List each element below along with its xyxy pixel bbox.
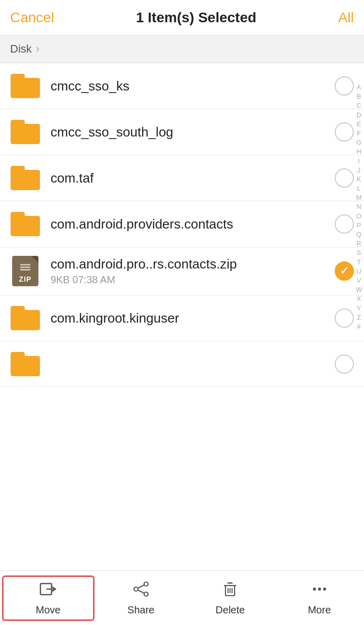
alpha-letter-j[interactable]: J (357, 166, 361, 175)
toolbar-more[interactable]: More (275, 571, 365, 625)
toolbar-move[interactable]: Move (2, 575, 95, 621)
select-radio[interactable] (335, 214, 354, 234)
alpha-letter-s[interactable]: S (357, 248, 361, 257)
list-item[interactable]: ZIP com.android.pro..rs.contacts.zip 9KB… (0, 247, 364, 295)
zip-icon: ZIP (10, 257, 40, 285)
select-radio-selected[interactable] (335, 261, 354, 281)
bottom-toolbar: Move Share Delete (0, 570, 364, 625)
zip-label: ZIP (19, 275, 32, 283)
alpha-letter-#[interactable]: # (357, 322, 360, 331)
toolbar-share[interactable]: Share (97, 571, 186, 625)
svg-point-4 (134, 587, 138, 591)
alpha-letter-a[interactable]: A (357, 83, 361, 92)
alpha-letter-y[interactable]: Y (357, 304, 361, 313)
header: Cancel 1 Item(s) Selected All (0, 0, 364, 35)
alpha-letter-h[interactable]: H (356, 147, 361, 156)
file-info: cmcc_sso_ks (51, 78, 335, 94)
toolbar-delete-label: Delete (215, 604, 245, 616)
file-info: com.kingroot.kinguser (51, 310, 335, 326)
svg-line-5 (138, 585, 144, 588)
alpha-letter-r[interactable]: R (356, 239, 361, 248)
folder-icon (10, 350, 40, 378)
alpha-letter-n[interactable]: N (356, 202, 361, 211)
alpha-letter-p[interactable]: P (357, 221, 361, 230)
alpha-letter-t[interactable]: T (357, 258, 361, 267)
alpha-letter-k[interactable]: K (357, 175, 361, 184)
folder-icon (10, 304, 40, 332)
file-list: cmcc_sso_ks cmcc_sso_south_log com.taf c… (0, 63, 364, 441)
alphabet-index: ABCDEFGHIJKLMNOPQRSTUVWXYZ# (354, 81, 364, 333)
toolbar-delete[interactable]: Delete (186, 571, 275, 625)
alpha-letter-f[interactable]: F (357, 129, 361, 138)
folder-icon (10, 118, 40, 146)
breadcrumb-disk[interactable]: Disk (10, 42, 32, 56)
alpha-letter-e[interactable]: E (357, 120, 361, 129)
alpha-letter-x[interactable]: X (357, 294, 361, 303)
file-name: com.android.providers.contacts (51, 216, 335, 232)
alpha-letter-d[interactable]: D (356, 111, 361, 120)
toolbar-share-label: Share (127, 604, 154, 616)
list-item[interactable]: cmcc_sso_south_log (0, 109, 364, 155)
alpha-letter-b[interactable]: B (357, 92, 361, 101)
folder-icon (10, 72, 40, 100)
list-item[interactable]: com.taf (0, 155, 364, 201)
file-name: com.android.pro..rs.contacts.zip (51, 256, 335, 272)
file-info: com.android.providers.contacts (51, 216, 335, 232)
breadcrumb-chevron-icon: › (36, 42, 39, 56)
folder-icon (10, 164, 40, 192)
file-name: com.kingroot.kinguser (51, 310, 335, 326)
file-name: cmcc_sso_ks (51, 78, 335, 94)
alpha-letter-u[interactable]: U (356, 267, 361, 276)
file-info: com.android.pro..rs.contacts.zip 9KB 07:… (51, 256, 335, 286)
file-info: cmcc_sso_south_log (51, 124, 335, 140)
cancel-button[interactable]: Cancel (10, 10, 54, 26)
alpha-letter-c[interactable]: C (356, 101, 361, 110)
svg-point-3 (144, 592, 148, 596)
select-radio[interactable] (335, 168, 354, 188)
delete-icon (221, 581, 239, 601)
list-item[interactable]: com.kingroot.kinguser (0, 295, 364, 341)
toolbar-more-label: More (308, 604, 331, 616)
all-button[interactable]: All (338, 10, 354, 26)
select-radio[interactable] (335, 76, 354, 96)
select-radio[interactable] (335, 354, 354, 374)
alpha-letter-g[interactable]: G (356, 138, 361, 147)
svg-point-11 (313, 588, 316, 591)
select-radio[interactable] (335, 122, 354, 142)
list-item-partial (0, 341, 364, 387)
file-name: cmcc_sso_south_log (51, 124, 335, 140)
alpha-letter-z[interactable]: Z (357, 313, 361, 322)
move-icon (39, 581, 57, 601)
svg-line-6 (138, 590, 144, 593)
alpha-letter-m[interactable]: M (356, 193, 361, 202)
alpha-letter-w[interactable]: W (356, 285, 362, 294)
file-name: com.taf (51, 170, 335, 186)
alpha-letter-l[interactable]: L (357, 184, 360, 193)
toolbar-move-label: Move (36, 604, 61, 616)
svg-point-13 (323, 588, 326, 591)
alpha-letter-i[interactable]: I (358, 157, 360, 166)
file-meta: 9KB 07:38 AM (51, 274, 335, 286)
breadcrumb: Disk › (0, 35, 364, 63)
svg-point-12 (318, 588, 321, 591)
list-item[interactable]: com.android.providers.contacts (0, 201, 364, 247)
share-icon (132, 581, 150, 601)
file-info: com.taf (51, 170, 335, 186)
header-title: 1 Item(s) Selected (136, 10, 256, 26)
select-radio[interactable] (335, 308, 354, 328)
more-icon (311, 581, 328, 601)
alpha-letter-q[interactable]: Q (356, 230, 361, 239)
svg-point-2 (144, 582, 148, 586)
alpha-letter-o[interactable]: O (356, 212, 361, 221)
list-item[interactable]: cmcc_sso_ks (0, 63, 364, 109)
alpha-letter-v[interactable]: V (357, 276, 361, 285)
folder-icon (10, 210, 40, 238)
